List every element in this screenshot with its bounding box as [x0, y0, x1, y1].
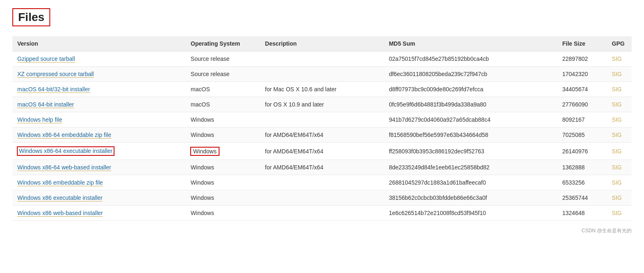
sig-link[interactable]: SIG	[612, 132, 622, 138]
filesize-cell: 1362888	[557, 160, 607, 175]
version-cell: Windows x86 embeddable zip file	[12, 175, 186, 190]
gpg-cell: SIG	[607, 112, 632, 127]
version-link[interactable]: XZ compressed source tarball	[17, 71, 94, 78]
os-cell: macOS	[186, 97, 260, 112]
os-cell: Windows	[186, 206, 260, 221]
os-cell: macOS	[186, 82, 260, 97]
version-link[interactable]: macOS 64-bit/32-bit installer	[17, 86, 90, 93]
gpg-cell: SIG	[607, 82, 632, 97]
table-row: macOS 64-bit installermacOSfor OS X 10.9…	[12, 97, 632, 112]
version-cell: macOS 64-bit installer	[12, 97, 186, 112]
col-header-md5: MD5 Sum	[384, 36, 557, 51]
description-cell: for OS X 10.9 and later	[260, 97, 384, 112]
version-link[interactable]: Windows help file	[17, 116, 62, 123]
md5-cell: ff258093f0b3953c886192dec9f52763	[384, 143, 557, 160]
os-cell: Windows	[186, 160, 260, 175]
filesize-cell: 6533256	[557, 175, 607, 190]
description-cell	[260, 175, 384, 190]
gpg-cell: SIG	[607, 175, 632, 190]
version-cell: Windows help file	[12, 112, 186, 127]
filesize-cell: 26140976	[557, 143, 607, 160]
sig-link[interactable]: SIG	[612, 116, 622, 123]
os-cell: Source release	[186, 51, 260, 67]
sig-link[interactable]: SIG	[612, 164, 622, 171]
col-header-size: File Size	[557, 36, 607, 51]
md5-cell: d8ff07973bc9c009de80c269fd7efcca	[384, 82, 557, 97]
filesize-cell: 7025085	[557, 127, 607, 143]
gpg-cell: SIG	[607, 97, 632, 112]
version-cell: Windows x86-64 embeddable zip file	[12, 127, 186, 143]
description-cell: for Mac OS X 10.6 and later	[260, 82, 384, 97]
gpg-cell: SIG	[607, 127, 632, 143]
col-header-version: Version	[12, 36, 186, 51]
gpg-cell: SIG	[607, 143, 632, 160]
table-row: macOS 64-bit/32-bit installermacOSfor Ma…	[12, 82, 632, 97]
description-cell: for AMD64/EM64T/x64	[260, 160, 384, 175]
page-title: Files	[12, 8, 50, 26]
md5-cell: 1e6c626514b72e21008f8cd53f945f10	[384, 206, 557, 221]
version-link[interactable]: Windows x86 embeddable zip file	[17, 179, 103, 186]
filesize-cell: 17042320	[557, 67, 607, 82]
table-row: XZ compressed source tarballSource relea…	[12, 67, 632, 82]
md5-cell: 941b7d6279c0d4060a927a65dcab88c4	[384, 112, 557, 127]
filesize-cell: 22897802	[557, 51, 607, 67]
files-table: Version Operating System Description MD5…	[12, 36, 632, 221]
version-cell: Windows x86 web-based installer	[12, 206, 186, 221]
md5-cell: 02a75015f7cd845e27b85192bb0ca4cb	[384, 51, 557, 67]
table-row: Windows x86 executable installerWindows3…	[12, 190, 632, 206]
version-link[interactable]: macOS 64-bit installer	[17, 101, 74, 108]
footer-note: CSDN @生命是有光的	[12, 227, 632, 234]
md5-cell: 26881045297dc1883a1d61baffeecaf0	[384, 175, 557, 190]
version-cell: macOS 64-bit/32-bit installer	[12, 82, 186, 97]
filesize-cell: 27766090	[557, 97, 607, 112]
col-header-description: Description	[260, 36, 384, 51]
table-row: Windows x86-64 executable installerWindo…	[12, 143, 632, 160]
version-link[interactable]: Windows x86-64 web-based installer	[17, 164, 111, 171]
md5-cell: df6ec36011808205beda239c72f947cb	[384, 67, 557, 82]
sig-link[interactable]: SIG	[612, 56, 622, 62]
description-cell	[260, 67, 384, 82]
gpg-cell: SIG	[607, 206, 632, 221]
version-link[interactable]: Gzipped source tarball	[17, 56, 75, 62]
gpg-cell: SIG	[607, 67, 632, 82]
filesize-cell: 25365744	[557, 190, 607, 206]
os-cell: Windows	[186, 127, 260, 143]
sig-link[interactable]: SIG	[612, 86, 622, 93]
md5-cell: 0fc95e9f6d6b4881f3b499da338a9a80	[384, 97, 557, 112]
filesize-cell: 34405674	[557, 82, 607, 97]
table-row: Windows help fileWindows941b7d6279c0d406…	[12, 112, 632, 127]
md5-cell: f81568590bef56e5997e63b434664d58	[384, 127, 557, 143]
version-link[interactable]: Windows x86 executable installer	[17, 194, 103, 201]
filesize-cell: 8092167	[557, 112, 607, 127]
sig-link[interactable]: SIG	[612, 148, 622, 155]
gpg-cell: SIG	[607, 190, 632, 206]
version-cell: XZ compressed source tarball	[12, 67, 186, 82]
description-cell	[260, 112, 384, 127]
col-header-gpg: GPG	[607, 36, 632, 51]
table-row: Windows x86 web-based installerWindows1e…	[12, 206, 632, 221]
gpg-cell: SIG	[607, 51, 632, 67]
md5-cell: 8de2335249d84fe1eeb61ec25858bd82	[384, 160, 557, 175]
sig-link[interactable]: SIG	[612, 71, 622, 77]
sig-link[interactable]: SIG	[612, 194, 622, 201]
description-cell	[260, 51, 384, 67]
version-link[interactable]: Windows x86 web-based installer	[17, 210, 103, 217]
sig-link[interactable]: SIG	[612, 210, 622, 216]
version-cell: Windows x86-64 web-based installer	[12, 160, 186, 175]
version-cell: Gzipped source tarball	[12, 51, 186, 67]
description-cell: for AMD64/EM64T/x64	[260, 143, 384, 160]
table-row: Windows x86 embeddable zip fileWindows26…	[12, 175, 632, 190]
table-row: Gzipped source tarballSource release02a7…	[12, 51, 632, 67]
sig-link[interactable]: SIG	[612, 101, 622, 108]
version-link[interactable]: Windows x86-64 executable installer	[17, 147, 114, 155]
gpg-cell: SIG	[607, 160, 632, 175]
table-row: Windows x86-64 web-based installerWindow…	[12, 160, 632, 175]
version-link[interactable]: Windows x86-64 embeddable zip file	[17, 132, 111, 139]
md5-cell: 38156b62c0cbcb03bfddeb86e66c3a0f	[384, 190, 557, 206]
filesize-cell: 1324648	[557, 206, 607, 221]
col-header-os: Operating System	[186, 36, 260, 51]
sig-link[interactable]: SIG	[612, 179, 622, 186]
table-row: Windows x86-64 embeddable zip fileWindow…	[12, 127, 632, 143]
os-cell: Windows	[186, 175, 260, 190]
os-cell: Windows	[186, 143, 260, 160]
